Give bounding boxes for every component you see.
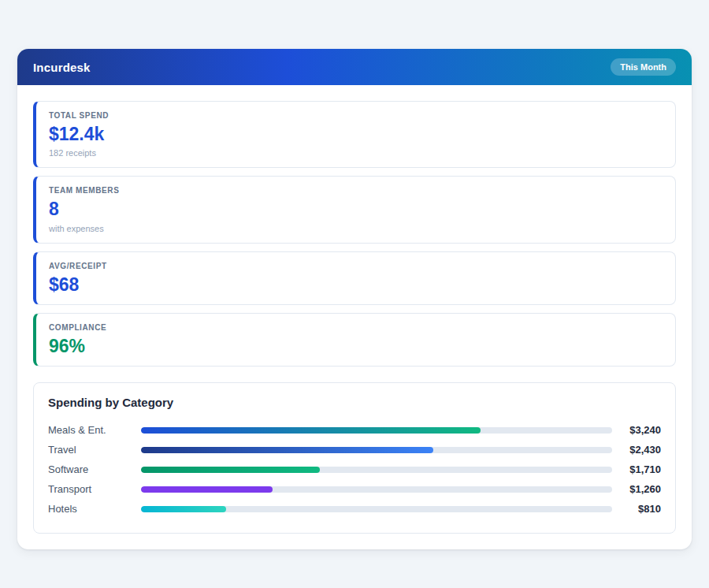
bar-track	[141, 427, 612, 434]
chart-row-meals: Meals & Ent. $3,240	[48, 420, 661, 440]
period-badge[interactable]: This Month	[611, 58, 676, 76]
stat-card-avg-receipt: AVG/RECEIPT $68	[33, 251, 676, 305]
category-label: Meals & Ent.	[48, 424, 141, 436]
bar-track	[141, 467, 612, 473]
category-value: $2,430	[612, 444, 661, 456]
app-body: TOTAL SPEND $12.4k 182 receipts TEAM MEM…	[17, 85, 692, 549]
chart-title: Spending by Category	[48, 396, 661, 409]
category-value: $3,240	[612, 424, 661, 436]
bar-fill	[141, 506, 226, 512]
stat-label: TOTAL SPEND	[49, 111, 663, 120]
bar-track	[141, 447, 612, 453]
dashboard-card: Incurdesk This Month TOTAL SPEND $12.4k …	[17, 49, 692, 549]
bar-fill	[141, 467, 320, 473]
stat-value: $68	[49, 275, 663, 295]
bar-fill	[141, 447, 433, 453]
category-label: Transport	[48, 483, 141, 495]
app-title: Incurdesk	[33, 61, 91, 74]
stat-card-team-members: TEAM MEMBERS 8 with expenses	[33, 176, 676, 243]
bar-fill	[141, 427, 481, 434]
stat-value: 8	[49, 199, 663, 219]
stat-label: AVG/RECEIPT	[49, 262, 663, 270]
bar-fill	[141, 486, 273, 493]
chart-row-hotels: Hotels $810	[48, 499, 661, 519]
category-value: $1,710	[612, 463, 661, 475]
stat-label: TEAM MEMBERS	[49, 186, 663, 195]
chart-row-travel: Travel $2,430	[48, 440, 661, 460]
stat-card-total-spend: TOTAL SPEND $12.4k 182 receipts	[33, 101, 676, 168]
category-label: Hotels	[48, 503, 141, 515]
category-label: Software	[48, 463, 141, 475]
spending-by-category-card: Spending by Category Meals & Ent. $3,240…	[33, 382, 676, 534]
chart-row-transport: Transport $1,260	[48, 479, 661, 499]
chart-row-software: Software $1,710	[48, 460, 661, 479]
stat-subtext: 182 receipts	[49, 148, 663, 158]
bar-track	[141, 486, 612, 493]
stat-card-compliance: COMPLIANCE 96%	[33, 313, 676, 367]
stat-value: 96%	[49, 337, 663, 356]
category-value: $1,260	[612, 483, 661, 495]
bar-track	[141, 506, 612, 512]
stat-label: COMPLIANCE	[49, 323, 663, 332]
stat-subtext: with expenses	[49, 224, 663, 233]
app-header: Incurdesk This Month	[17, 49, 692, 85]
category-value: $810	[612, 503, 661, 515]
category-label: Travel	[48, 444, 141, 456]
stat-value: $12.4k	[49, 125, 663, 144]
